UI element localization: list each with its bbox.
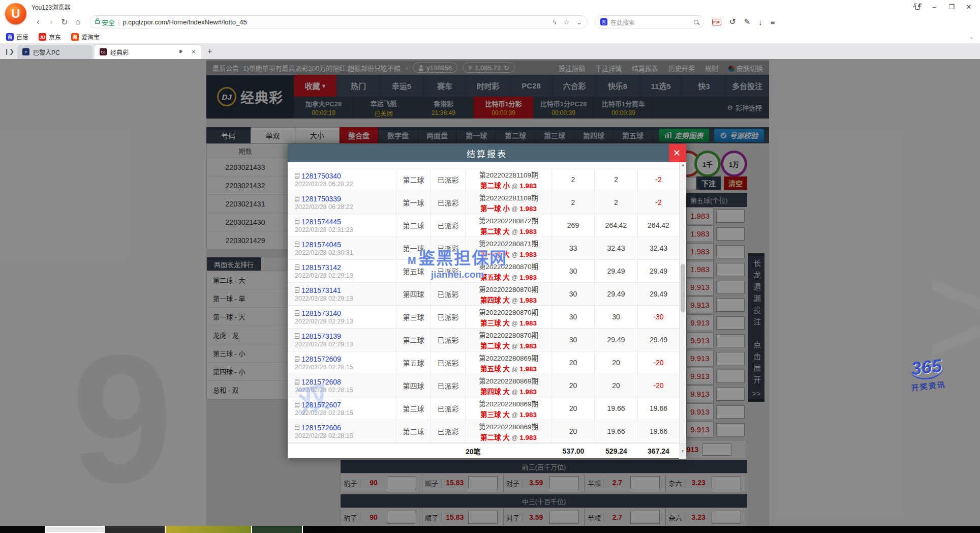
verify-source-button[interactable]: 号源校验 (714, 129, 764, 142)
download-icon[interactable]: ↓ (758, 18, 762, 26)
nav-item[interactable]: 幸运5 (380, 75, 423, 97)
order-id-link[interactable]: 1281572608 (301, 378, 341, 386)
game-tab[interactable]: 第五球 (614, 127, 653, 143)
nav-item[interactable]: 时时彩 (467, 75, 510, 97)
number-bet-input[interactable] (702, 443, 731, 456)
copy-icon[interactable] (295, 379, 299, 384)
browser-tab-active[interactable]: DJ 经典彩 ✕ (95, 45, 201, 59)
odds-bet-input[interactable] (716, 423, 745, 436)
nav-item[interactable]: 快乐8 (596, 75, 639, 97)
pattern-bet-input[interactable] (712, 511, 741, 524)
game-tab[interactable]: 第四球 (574, 127, 614, 143)
topbar-link[interactable]: 历史开奖 (668, 63, 695, 73)
copy-icon[interactable] (295, 356, 299, 362)
modal-scrollbar[interactable]: ▲ (679, 162, 686, 443)
pattern-bet-input[interactable] (630, 511, 660, 524)
topbar-link[interactable]: 投注限额 (559, 63, 585, 73)
odds-value[interactable]: 9.913 (686, 350, 714, 367)
odds-bet-input[interactable] (716, 245, 745, 258)
balance-refresh-icon[interactable]: ↻ (504, 64, 509, 72)
odds-bet-input[interactable] (716, 352, 745, 365)
odds-bet-input[interactable] (716, 227, 745, 241)
trend-chart-button[interactable]: 走势图表 (659, 129, 709, 142)
chip-1000[interactable]: 1千 (697, 153, 718, 174)
order-id-link[interactable]: 1281572609 (301, 355, 341, 363)
url-dropdown-icon[interactable]: ⌄ (576, 18, 582, 26)
undo-icon[interactable]: ↺ (729, 17, 736, 26)
pattern-bet-input[interactable] (549, 511, 579, 524)
odds-value[interactable]: 9.913 (686, 386, 714, 402)
pattern-bet-input[interactable] (468, 511, 498, 524)
copy-icon[interactable] (295, 425, 299, 430)
copy-icon[interactable] (295, 242, 299, 247)
scroll-up-icon[interactable]: ▲ (680, 163, 686, 167)
odds-bet-input[interactable] (716, 334, 745, 347)
copy-icon[interactable] (295, 196, 299, 201)
order-id-link[interactable]: 1281573139 (301, 332, 341, 340)
place-bet-button[interactable]: 下注 (696, 176, 721, 190)
nav-item[interactable]: 快3 (683, 75, 726, 97)
lottery-item[interactable]: 幸运飞艇 已关闭 (354, 97, 414, 119)
new-tab-button[interactable]: + (207, 47, 212, 56)
game-tab[interactable]: 第一球 (457, 127, 496, 143)
order-id-link[interactable]: 1281573142 (301, 263, 341, 272)
odds-value[interactable]: 1.983 (686, 261, 714, 278)
odds-value[interactable]: 9.913 (686, 403, 714, 420)
game-tab[interactable]: 第三球 (535, 127, 574, 143)
copy-icon[interactable] (295, 333, 299, 339)
order-id-link[interactable]: 1281750340 (301, 172, 341, 180)
menu-icon[interactable]: ≡ (771, 18, 775, 26)
topbar-link[interactable]: 结算报表 (632, 63, 658, 73)
sidebar-toggle-icon[interactable]: ❙❯ (3, 48, 15, 55)
close-button[interactable]: ✕ (965, 3, 973, 11)
pattern-bet-input[interactable] (630, 476, 660, 489)
order-id-link[interactable]: 1281574445 (301, 218, 341, 226)
modal-close-button[interactable]: ✕ (669, 144, 686, 162)
odds-bet-input[interactable] (716, 281, 745, 294)
odds-value[interactable]: 1.983 (686, 225, 714, 242)
chip-10000[interactable]: 1万 (723, 153, 745, 174)
odds-value[interactable]: 1.983 (686, 243, 714, 260)
copy-icon[interactable] (295, 219, 299, 224)
back-icon[interactable]: ‹ (32, 17, 45, 26)
lottery-item[interactable]: 比特币1分赛车 00:00:39 (594, 97, 654, 119)
order-id-link[interactable]: 1281572607 (301, 401, 341, 409)
forward-icon[interactable]: › (45, 17, 58, 26)
panel-tab[interactable]: 大小 (295, 127, 340, 143)
streak-tab[interactable]: 两面长龙排行 (207, 257, 261, 271)
game-tab[interactable]: 两面盘 (418, 127, 457, 143)
nav-item[interactable]: 多台投注 (726, 75, 769, 97)
lottery-item[interactable]: 比特币1分PC28 00:00:39 (534, 97, 594, 119)
pattern-bet-input[interactable] (549, 476, 579, 489)
maximize-button[interactable]: ❐ (947, 3, 956, 11)
pdf-tool-icon[interactable]: PDF (712, 19, 721, 25)
odds-value[interactable]: 9.913 (686, 368, 714, 384)
site-logo[interactable]: DJ 经典彩 (206, 75, 294, 119)
refresh-icon[interactable]: ↻ (58, 17, 71, 27)
pattern-bet-input[interactable] (387, 476, 416, 489)
bookmark-item[interactable]: 百 百度 (6, 33, 28, 41)
odds-bet-input[interactable] (716, 299, 745, 312)
pattern-bet-input[interactable] (712, 476, 741, 489)
lottery-item[interactable]: 比特币1分彩 00:00:39 (474, 97, 534, 119)
skin-theme-icon[interactable] (914, 4, 921, 10)
topbar-link[interactable]: 规则 (705, 63, 718, 73)
order-id-link[interactable]: 1281573140 (301, 309, 341, 317)
panel-tab[interactable]: 号码 (206, 127, 251, 143)
url-bar[interactable]: 安全 | p.cpqlzpor.com/Home/IndexNew#/lotto… (89, 15, 588, 28)
tab-close-icon[interactable]: ✕ (191, 48, 196, 55)
odds-bet-input[interactable] (716, 263, 745, 276)
taskbar-window-thumb[interactable] (252, 526, 303, 533)
search-icon[interactable] (694, 20, 698, 24)
clear-bets-button[interactable]: 清空 (724, 176, 747, 190)
lottery-item[interactable]: 加拿大PC28 00:02:19 (294, 97, 354, 119)
odds-bet-input[interactable] (716, 405, 745, 419)
odds-value[interactable]: 9.913 (686, 297, 714, 313)
copy-icon[interactable] (295, 402, 299, 407)
flash-icon[interactable]: ϟ (553, 18, 557, 26)
odds-bet-input[interactable] (716, 370, 745, 383)
taskbar-window-thumb[interactable] (45, 526, 105, 533)
lottery-item[interactable]: 香港彩 21:36:49 (414, 97, 474, 119)
bookmark-item[interactable]: 淘 爱淘宝 (71, 33, 100, 41)
nav-item[interactable]: 热门 (337, 75, 380, 97)
